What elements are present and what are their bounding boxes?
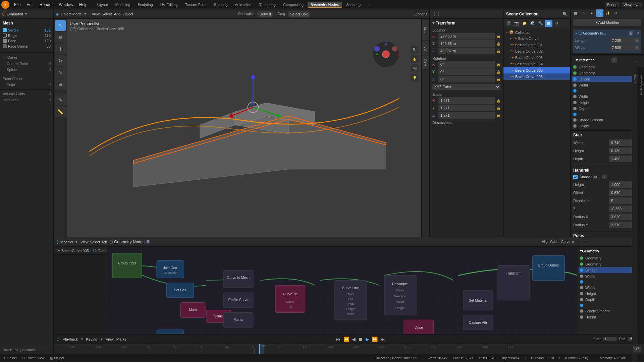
lenght-input[interactable]: [610, 38, 634, 44]
shade-smooth-add[interactable]: +: [602, 175, 607, 179]
mod-mat-icon[interactable]: ●: [588, 9, 595, 17]
geo-mod-expand-icon[interactable]: ▾: [575, 32, 577, 35]
tab-sculpting[interactable]: Sculpting: [134, 2, 156, 7]
rot-x-lock[interactable]: 🔒: [496, 63, 500, 66]
rotation-z-input[interactable]: [438, 76, 495, 82]
tree-bezier-005[interactable]: 〜 BezierCurve.005: [503, 67, 570, 73]
menu-window[interactable]: Window: [56, 2, 76, 8]
menu-file[interactable]: File: [11, 2, 23, 8]
scale-z-lock[interactable]: 🔒: [496, 114, 500, 117]
tl-keying-arrow[interactable]: ▼: [100, 338, 103, 341]
mod-modifier-icon[interactable]: 🔧: [596, 9, 603, 17]
scale-x-lock[interactable]: 🔒: [496, 99, 500, 103]
location-x-input[interactable]: [438, 33, 495, 40]
iface-geometry-1[interactable]: Geometry ▸: [573, 64, 641, 70]
object-menu[interactable]: Object: [122, 12, 133, 16]
tl-jump-start[interactable]: ⏮: [336, 337, 341, 342]
scale-y-lock[interactable]: 🔒: [496, 106, 500, 110]
geo-mod-name[interactable]: Geometry N...: [583, 31, 606, 35]
mod-physics-icon[interactable]: ⚙: [612, 9, 620, 17]
tl-keying[interactable]: Keying: [86, 337, 98, 341]
tree-scene-collection[interactable]: ▾ 📦 Collection: [503, 29, 570, 35]
mod-obj-icon[interactable]: ▦: [572, 9, 579, 17]
tab-modeling[interactable]: Modeling: [112, 2, 134, 7]
select-tool-btn[interactable]: ↖: [55, 20, 66, 31]
category-point-cloud[interactable]: Point Cloud: [0, 76, 53, 82]
hand-btn[interactable]: ✋: [411, 55, 419, 63]
view-tab[interactable]: View: [422, 56, 429, 69]
view-layer-prop-icon[interactable]: 🌊: [529, 20, 536, 27]
tl-step-back[interactable]: ⏪: [343, 337, 349, 342]
scale-y-input[interactable]: [438, 105, 495, 111]
sidebar-dropdown-icon[interactable]: ▼: [24, 12, 28, 16]
category-spline[interactable]: Spline 0: [0, 67, 53, 73]
camera-btn[interactable]: 📷: [411, 64, 419, 72]
location-z-input[interactable]: [438, 48, 495, 54]
category-instances[interactable]: Instances 0: [0, 97, 53, 103]
stat-face-corner[interactable]: Face Corner 80: [3, 44, 51, 49]
output-prop-icon[interactable]: 📁: [521, 20, 528, 27]
tab-compositing[interactable]: Compositing: [280, 2, 307, 7]
move-tool-btn[interactable]: ✛: [55, 44, 66, 54]
light-btn[interactable]: 💡: [411, 74, 419, 82]
interface-options-icon[interactable]: ⋮: [635, 58, 639, 62]
tree-bezier-002[interactable]: 〜 BezierCurve.002: [503, 48, 570, 54]
rot-z-lock[interactable]: 🔒: [496, 77, 500, 81]
width-input[interactable]: [610, 45, 634, 51]
lenght-add-btn[interactable]: +: [635, 38, 639, 43]
node-add-menu[interactable]: Add: [101, 240, 108, 244]
node-view-menu[interactable]: View: [80, 240, 89, 244]
tl-playback-arrow[interactable]: ▼: [80, 338, 84, 341]
tl-marker[interactable]: Marker: [116, 337, 128, 341]
annotate-tool-btn[interactable]: ✎: [55, 95, 66, 105]
location-z-lock[interactable]: 🔒: [496, 49, 500, 53]
tab-uv-editing[interactable]: UV Editing: [157, 2, 181, 7]
tl-jump-end[interactable]: ⏭: [380, 337, 385, 342]
tl-step-forward[interactable]: ⏩: [372, 337, 378, 342]
object-prop-icon[interactable]: ▦: [545, 20, 552, 27]
tree-bezier-006[interactable]: 〜 BezierCurve.006: [503, 73, 570, 80]
iface-depth[interactable]: Depth: [573, 106, 641, 112]
default-orientation[interactable]: Default: [257, 11, 273, 17]
scene-settings-icon[interactable]: 🔧: [537, 20, 544, 27]
tl-play-back[interactable]: ◀: [352, 337, 356, 342]
interface-add-btn[interactable]: +: [611, 57, 617, 63]
modifier-dropdown-arrow[interactable]: ▼: [75, 240, 78, 244]
tab-animation[interactable]: Animation: [231, 2, 255, 7]
tl-view[interactable]: View: [106, 337, 114, 341]
render-prop-icon[interactable]: 📷: [513, 20, 520, 27]
modifier-dropdown[interactable]: Modifier: [60, 240, 73, 244]
tree-bezier-curve[interactable]: ▸ 〜 BezierCurve: [503, 35, 570, 42]
category-control-point[interactable]: Control Point 0: [0, 61, 53, 67]
tab-add[interactable]: +: [365, 2, 373, 7]
node-close-btn[interactable]: ✕: [572, 240, 575, 244]
interface-header-row[interactable]: ▾ Interface + ⋮: [573, 56, 641, 64]
iface-widht[interactable]: Widht: [573, 82, 641, 88]
item-tab[interactable]: Item: [422, 20, 429, 40]
tab-rendering[interactable]: Rendering: [255, 2, 279, 7]
euler-mode-select[interactable]: XYZ Euler: [432, 84, 500, 90]
iface-width[interactable]: Width: [573, 94, 641, 100]
shade-smooth-checkbox[interactable]: [573, 175, 578, 179]
category-point[interactable]: Point 0: [0, 82, 53, 88]
location-y-lock[interactable]: 🔒: [496, 42, 500, 46]
tree-bezier-003[interactable]: 〜 BezierCurve.003: [503, 54, 570, 61]
node-header-title[interactable]: Geometry Nodes: [114, 240, 145, 244]
bc-bezier-curve[interactable]: BezierCurve.005: [61, 249, 89, 253]
scene-prop-icon[interactable]: 🎬: [505, 20, 512, 27]
object-mode-label[interactable]: Object Mode: [61, 12, 82, 16]
scale-x-input[interactable]: [438, 97, 495, 104]
current-frame-display[interactable]: 17: [633, 346, 641, 352]
tab-layout[interactable]: Layout: [94, 2, 111, 7]
iface-blue-dot-2[interactable]: [573, 112, 641, 117]
iface-height[interactable]: Height: [573, 100, 641, 106]
cursor-tool-btn[interactable]: ⊕: [55, 32, 66, 43]
stat-edge[interactable]: Edge 270: [3, 33, 51, 38]
category-volume-grids[interactable]: Volume Grids 0: [0, 91, 53, 97]
add-menu[interactable]: Add: [114, 12, 121, 16]
menu-render[interactable]: Render: [37, 2, 55, 8]
width-add-btn[interactable]: +: [635, 45, 639, 50]
mod-particle-icon[interactable]: ✨: [604, 9, 611, 17]
tl-start-input[interactable]: [603, 337, 616, 341]
stat-face[interactable]: Face 120: [3, 38, 51, 44]
